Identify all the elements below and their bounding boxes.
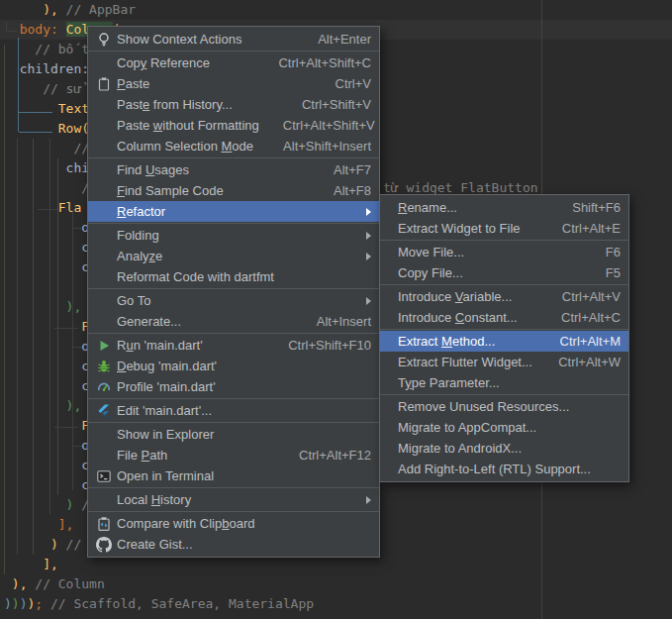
menu-item-run-main-dart[interactable]: Run 'main.dart'Ctrl+Shift+F10 [88,335,379,356]
code-line: ), [4,396,81,416]
code-segment: c [4,477,89,492]
menu-item-create-gist[interactable]: Create Gist... [88,534,379,555]
menu-item-folding[interactable]: Folding [88,225,379,246]
code-segment [4,81,43,96]
menu-item-rename[interactable]: Rename...Shift+F6 [380,197,628,218]
menu-item-debug-main-dart[interactable]: Debug 'main.dart' [88,356,379,376]
code-line: o [4,337,89,357]
menu-separator [88,422,379,423]
menu-item-find-usages[interactable]: Find UsagesAlt+F7 [88,159,379,180]
submenu-arrow-icon [366,232,371,240]
code-segment: ), [4,576,27,591]
menu-item-shortcut: Ctrl+Alt+E [538,221,621,236]
flutter-icon [94,403,114,419]
menu-item-paste[interactable]: PasteCtrl+V [88,73,379,94]
menu-item-shortcut: Ctrl+Alt+M [536,334,621,349]
code-segment: c [4,359,89,373]
code-segment: o [4,438,89,453]
menu-item-introduce-constant[interactable]: Introduce Constant...Ctrl+Alt+C [380,307,628,328]
empty-icon [94,269,114,285]
menu-item-extract-flutter-widget[interactable]: Extract Flutter Widget...Ctrl+Alt+W [380,352,628,372]
code-segment: Row [58,121,81,136]
run-icon [94,338,114,354]
code-segment [4,418,81,433]
code-segment [4,319,81,334]
code-line: ), // AppBar [4,0,136,20]
menu-item-move-file[interactable]: Move File...F6 [380,242,628,262]
empty-icon [94,162,114,178]
code-segment: // Scaffold, SafeArea, MaterialApp [43,596,314,611]
code-line: c [4,475,89,495]
code-segment: ) [12,596,20,611]
menu-item-edit-main-dart[interactable]: Edit 'main.dart'... [88,400,379,421]
menu-item-reformat-code-with-dartfmt[interactable]: Reformat Code with dartfmt [88,266,379,287]
menu-item-show-in-explorer[interactable]: Show in Explorer [88,424,379,445]
profile-icon [94,379,114,395]
menu-item-type-parameter[interactable]: Type Parameter... [380,372,628,393]
code-line: c [4,456,89,475]
menu-item-analyze[interactable]: Analyze [88,246,379,266]
menu-item-label: Copy File... [398,265,463,280]
menu-item-generate[interactable]: Generate...Alt+Insert [88,311,379,332]
code-line: o [4,436,89,456]
empty-icon [94,139,114,155]
menu-item-label: Type Parameter... [398,375,500,390]
menu-item-open-in-terminal[interactable]: Open in Terminal [88,465,379,486]
menu-item-file-path[interactable]: File PathCtrl+Alt+F12 [88,445,379,465]
menu-separator [380,394,628,395]
code-line: ), [4,297,81,317]
empty-icon [94,204,114,220]
code-line: ], [4,515,73,535]
menu-item-label: Extract Widget to File [398,221,521,236]
submenu-arrow-icon [366,297,371,305]
menu-item-extract-widget-to-file[interactable]: Extract Widget to FileCtrl+Alt+E [380,218,628,239]
code-segment: body: [20,22,58,37]
menu-item-label: Run 'main.dart' [117,338,203,353]
editor-context-menu: Show Context ActionsAlt+EnterCopy Refere… [87,26,380,558]
menu-item-label: Find Usages [117,162,189,177]
menu-item-refactor[interactable]: Refactor [88,201,379,222]
menu-item-paste-without-formatting[interactable]: Paste without FormattingCtrl+Alt+Shift+V [88,115,379,136]
github-icon [94,537,114,553]
menu-item-migrate-to-appcompat[interactable]: Migrate to AppCompat... [380,417,628,438]
code-segment: o [4,220,89,235]
menu-item-show-context-actions[interactable]: Show Context ActionsAlt+Enter [88,29,379,50]
empty-icon [94,118,114,134]
code-line: ), // Column [4,574,105,594]
menu-item-copy-file[interactable]: Copy File...F5 [380,262,628,283]
code-segment: ) [4,497,73,512]
menu-item-introduce-variable[interactable]: Introduce Variable...Ctrl+Alt+V [380,286,628,307]
menu-item-label: Compare with Clipboard [117,516,254,531]
menu-item-shortcut: Ctrl+Alt+Shift+V [259,118,375,133]
menu-item-label: Column Selection Mode [117,139,253,154]
code-segment: // AppBar [58,2,136,17]
menu-item-shortcut: Alt+F8 [310,183,371,198]
code-segment [58,22,66,37]
code-segment: ) [4,537,58,552]
menu-item-copy-reference[interactable]: Copy ReferenceCtrl+Alt+Shift+C [88,52,379,73]
menu-item-shortcut: Alt+Shift+Insert [259,139,371,154]
code-segment [4,200,58,215]
menu-item-add-right-to-left-rtl-support[interactable]: Add Right-to-Left (RTL) Support... [380,459,628,479]
menu-item-column-selection-mode[interactable]: Column Selection ModeAlt+Shift+Insert [88,136,379,156]
menu-item-paste-from-history[interactable]: Paste from History...Ctrl+Shift+V [88,94,379,115]
menu-item-remove-unused-resources[interactable]: Remove Unused Resources... [380,396,628,417]
menu-item-migrate-to-androidx[interactable]: Migrate to AndroidX... [380,438,628,459]
menu-item-go-to[interactable]: Go To [88,290,379,311]
menu-item-local-history[interactable]: Local History [88,489,379,510]
menu-item-label: Folding [117,228,159,243]
code-segment [4,141,73,155]
menu-item-shortcut: Alt+Insert [293,314,371,329]
menu-item-label: Extract Method... [398,334,495,349]
menu-item-label: Analyze [117,249,162,263]
menu-item-compare-with-clipboard[interactable]: Compare with Clipboard [88,513,379,534]
menu-item-extract-method[interactable]: Extract Method...Ctrl+Alt+M [380,331,628,352]
menu-separator [380,329,628,330]
menu-item-shortcut: Ctrl+Shift+F10 [264,338,371,353]
menu-item-shortcut: Alt+Enter [294,32,371,47]
menu-item-profile-main-dart[interactable]: Profile 'main.dart' [88,376,379,397]
menu-item-find-sample-code[interactable]: Find Sample CodeAlt+F8 [88,180,379,201]
menu-separator [88,157,379,158]
menu-item-label: Edit 'main.dart'... [117,403,212,418]
menu-item-shortcut: Ctrl+V [312,76,371,91]
